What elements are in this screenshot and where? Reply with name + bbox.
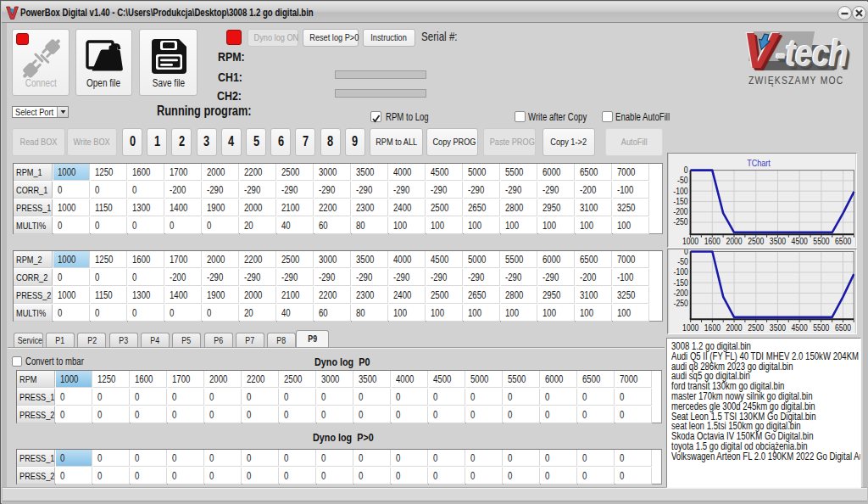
svg-text:-50: -50 xyxy=(677,175,688,185)
svg-text:-100: -100 xyxy=(673,266,688,277)
svg-text:0: 0 xyxy=(683,249,687,256)
svg-text:-200: -200 xyxy=(673,287,688,297)
svg-text:6500: 6500 xyxy=(834,322,851,332)
svg-text:1000: 1000 xyxy=(682,235,698,245)
svg-text:4500: 4500 xyxy=(791,235,808,245)
svg-text:4500: 4500 xyxy=(791,322,808,332)
svg-text:6500: 6500 xyxy=(835,235,852,245)
svg-text:-100: -100 xyxy=(673,185,688,195)
svg-text:1000: 1000 xyxy=(682,322,699,332)
svg-text:2500: 2500 xyxy=(748,235,765,245)
svg-text:3500: 3500 xyxy=(769,322,786,332)
svg-text:5500: 5500 xyxy=(813,322,830,332)
svg-text:-250: -250 xyxy=(673,216,688,227)
svg-text:-150: -150 xyxy=(673,195,688,205)
svg-text:0: 0 xyxy=(683,165,687,175)
svg-text:1600: 1600 xyxy=(704,235,721,245)
svg-text:3500: 3500 xyxy=(769,235,786,245)
svg-text:2000: 2000 xyxy=(726,322,743,332)
svg-text:-50: -50 xyxy=(677,256,688,266)
svg-text:2000: 2000 xyxy=(726,235,743,245)
svg-text:2500: 2500 xyxy=(748,322,765,332)
svg-text:TChart: TChart xyxy=(747,157,771,167)
svg-text:-250: -250 xyxy=(673,298,688,308)
svg-text:-200: -200 xyxy=(673,206,688,216)
svg-text:1600: 1600 xyxy=(704,322,721,332)
svg-text:5500: 5500 xyxy=(813,235,830,245)
svg-text:-150: -150 xyxy=(673,277,688,287)
